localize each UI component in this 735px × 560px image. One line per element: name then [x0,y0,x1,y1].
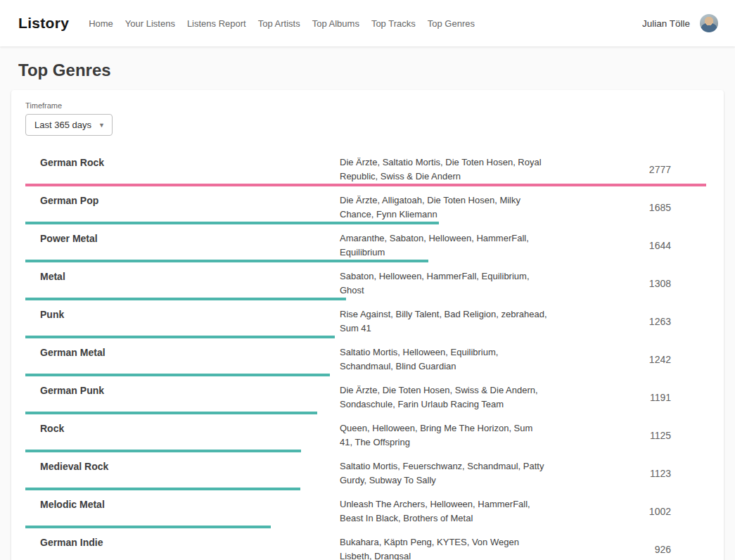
genre-row-cells: Medieval Rock Saltatio Mortis, Feuerschw… [25,459,706,488]
genre-count: 1123 [547,468,706,479]
genre-row-cells: German Pop Die Ärzte, Alligatoah, Die To… [25,193,706,222]
genre-row[interactable]: German Rock Die Ärzte, Saltatio Mortis, … [25,148,706,186]
nav-item-home[interactable]: Home [89,18,113,29]
genre-row[interactable]: Power Metal Amaranthe, Sabaton, Hellowee… [25,224,706,262]
genre-row[interactable]: Metal Sabaton, Helloween, HammerFall, Eq… [25,262,706,300]
genre-artists: Saltatio Mortis, Helloween, Equilibrium,… [340,345,547,374]
top-genres-card: Timeframe Last 365 days ▼ German Rock Di… [11,90,724,560]
genre-name: Medieval Rock [25,459,340,488]
genre-row[interactable]: Melodic Metal Unleash The Archers, Hello… [25,490,706,528]
genre-artists: Unleash The Archers, Helloween, HammerFa… [340,497,547,526]
main-nav: Home Your Listens Listens Report Top Art… [89,18,475,29]
genre-row[interactable]: Medieval Rock Saltatio Mortis, Feuerschw… [25,452,706,490]
genre-artists: Die Ärzte, Saltatio Mortis, Die Toten Ho… [340,155,547,184]
page-title: Top Genres [18,61,717,80]
genre-row[interactable]: Rock Queen, Helloween, Bring Me The Hori… [25,414,706,452]
genre-name: Rock [25,421,340,450]
genre-count: 1242 [547,354,706,365]
user-avatar[interactable] [700,14,718,32]
genre-artists: Die Ärzte, Die Toten Hosen, Swiss & Die … [340,383,547,412]
user-name: Julian Tölle [642,18,690,29]
genre-count: 1263 [547,316,706,327]
genre-row-cells: German Rock Die Ärzte, Saltatio Mortis, … [25,155,706,184]
nav-item-top-tracks[interactable]: Top Tracks [371,18,416,29]
user-menu: Julian Tölle [642,14,718,32]
nav-item-top-artists[interactable]: Top Artists [258,18,300,29]
nav-item-top-genres[interactable]: Top Genres [428,18,475,29]
timeframe-select[interactable]: Last 365 days ▼ [25,114,113,136]
genre-name: Metal [25,269,340,298]
genre-artists: Bukahara, Käptn Peng, KYTES, Von Wegen L… [340,535,547,560]
genre-name: German Metal [25,345,340,374]
genre-name: German Pop [25,193,340,222]
genre-name: German Indie [25,535,340,560]
genre-name: German Rock [25,155,340,184]
app-header: Listory Home Your Listens Listens Report… [0,0,735,46]
timeframe-control: Timeframe Last 365 days ▼ [25,101,706,136]
genre-row[interactable]: Punk Rise Against, Billy Talent, Bad Rel… [25,300,706,338]
genre-row-cells: German Metal Saltatio Mortis, Helloween,… [25,345,706,374]
genre-row-cells: Power Metal Amaranthe, Sabaton, Hellowee… [25,231,706,260]
genre-artists: Sabaton, Helloween, HammerFall, Equilibr… [340,269,547,298]
genre-name: Punk [25,307,340,336]
timeframe-value: Last 365 days [34,120,91,130]
timeframe-label: Timeframe [25,101,706,110]
genre-name: Power Metal [25,231,340,260]
genre-count: 1002 [547,506,706,517]
genre-count: 1685 [547,202,706,213]
genre-count: 2777 [547,164,706,175]
genre-row[interactable]: German Punk Die Ärzte, Die Toten Hosen, … [25,376,706,414]
genre-count: 1125 [547,430,706,441]
genre-row[interactable]: German Indie Bukahara, Käptn Peng, KYTES… [25,528,706,560]
genre-list: German Rock Die Ärzte, Saltatio Mortis, … [25,148,706,560]
genre-row-cells: Punk Rise Against, Billy Talent, Bad Rel… [25,307,706,336]
genre-name: Melodic Metal [25,497,340,526]
genre-row[interactable]: German Pop Die Ärzte, Alligatoah, Die To… [25,186,706,224]
genre-row-cells: German Indie Bukahara, Käptn Peng, KYTES… [25,535,706,560]
chevron-down-icon: ▼ [98,122,105,129]
nav-item-your-listens[interactable]: Your Listens [125,18,175,29]
genre-count: 1644 [547,240,706,251]
app-logo[interactable]: Listory [18,15,69,32]
genre-count: 1308 [547,278,706,289]
main-content: Top Genres Timeframe Last 365 days ▼ Ger… [0,61,735,560]
genre-artists: Rise Against, Billy Talent, Bad Religion… [340,307,547,336]
genre-row-cells: Rock Queen, Helloween, Bring Me The Hori… [25,421,706,450]
genre-count: 1191 [547,392,706,403]
nav-item-listens-report[interactable]: Listens Report [187,18,246,29]
genre-row-cells: Metal Sabaton, Helloween, HammerFall, Eq… [25,269,706,298]
genre-artists: Queen, Helloween, Bring Me The Horizon, … [340,421,547,450]
genre-row-cells: German Punk Die Ärzte, Die Toten Hosen, … [25,383,706,412]
genre-artists: Die Ärzte, Alligatoah, Die Toten Hosen, … [340,193,547,222]
genre-row-cells: Melodic Metal Unleash The Archers, Hello… [25,497,706,526]
genre-artists: Amaranthe, Sabaton, Helloween, HammerFal… [340,231,547,260]
nav-item-top-albums[interactable]: Top Albums [312,18,359,29]
genre-artists: Saltatio Mortis, Feuerschwanz, Schandmau… [340,459,547,488]
genre-name: German Punk [25,383,340,412]
genre-row[interactable]: German Metal Saltatio Mortis, Helloween,… [25,338,706,376]
genre-count: 926 [547,544,706,555]
